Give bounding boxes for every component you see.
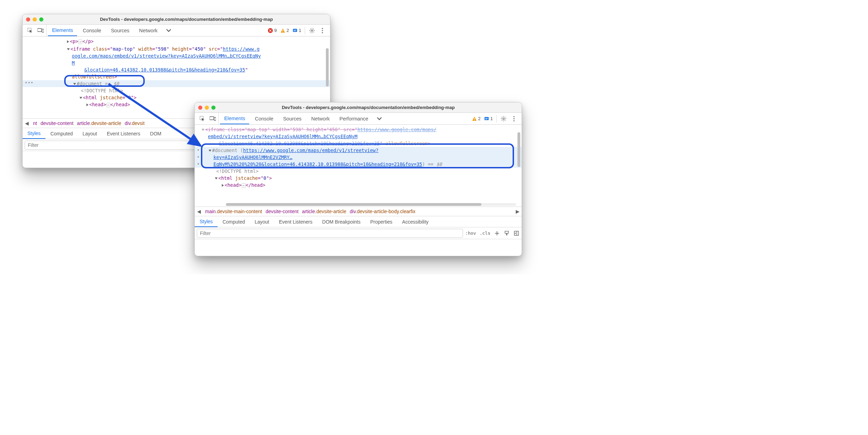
subtab-event-listeners[interactable]: Event Listeners xyxy=(274,216,318,227)
inspect-element-icon[interactable] xyxy=(27,27,34,34)
vertical-scrollbar[interactable] xyxy=(516,126,521,205)
more-tabs-button[interactable] xyxy=(374,117,385,120)
zoom-icon[interactable] xyxy=(39,17,43,22)
tab-console[interactable]: Console xyxy=(251,113,277,124)
svg-rect-23 xyxy=(214,117,216,120)
tab-network[interactable]: Network xyxy=(135,25,162,36)
tab-sources[interactable]: Sources xyxy=(279,113,306,124)
crumb[interactable]: devsite-content xyxy=(41,120,74,126)
subtab-styles[interactable]: Styles xyxy=(23,128,45,139)
src-link[interactable]: embed/v1/streetview?key=AIzaSyAAUHO6lMMn… xyxy=(208,134,357,139)
divider xyxy=(496,115,497,123)
info-badge[interactable]: 1 xyxy=(484,116,493,121)
chevron-left-icon[interactable]: ◀ xyxy=(24,120,30,126)
tab-performance[interactable]: Performance xyxy=(335,113,372,124)
tab-sources[interactable]: Sources xyxy=(107,25,134,36)
settings-icon[interactable] xyxy=(309,27,315,34)
titlebar: DevTools - developers.google.com/maps/do… xyxy=(23,14,330,25)
error-badge[interactable]: 9 xyxy=(268,28,277,33)
svg-rect-22 xyxy=(210,117,214,120)
p-close: </p> xyxy=(82,39,94,44)
zoom-icon[interactable] xyxy=(211,106,216,110)
crumb[interactable]: article.devsite-article xyxy=(77,120,121,126)
breadcrumb[interactable]: ◀ main.devsite-main-content devsite-cont… xyxy=(195,207,522,216)
info-count: 1 xyxy=(299,28,301,33)
warning-count: 2 xyxy=(478,116,481,121)
crumb[interactable]: nt xyxy=(33,120,37,126)
chevron-right-icon[interactable]: ▶ xyxy=(515,209,520,214)
line-gutter-icon: • xyxy=(197,153,200,160)
window-title: DevTools - developers.google.com/maps/do… xyxy=(218,105,518,110)
svg-rect-5 xyxy=(283,32,283,32)
svg-rect-25 xyxy=(474,120,475,120)
traffic-lights xyxy=(26,17,43,22)
device-toolbar-icon[interactable] xyxy=(37,27,44,34)
tab-elements[interactable]: Elements xyxy=(220,113,249,124)
svg-rect-24 xyxy=(474,118,475,119)
svg-point-18 xyxy=(322,28,323,29)
selected-dom-node[interactable]: #document (https://www.google.com/maps/e… xyxy=(195,147,522,154)
close-icon[interactable] xyxy=(198,106,202,110)
p-tag: <p> xyxy=(70,39,78,44)
svg-rect-43 xyxy=(505,231,508,233)
tab-console[interactable]: Console xyxy=(78,25,105,36)
subtab-layout[interactable]: Layout xyxy=(250,216,274,227)
device-toolbar-icon[interactable] xyxy=(209,115,216,122)
crumb[interactable]: article.devsite-article xyxy=(302,209,346,214)
warning-badge[interactable]: 2 xyxy=(472,116,481,121)
minimize-icon[interactable] xyxy=(205,106,209,110)
subtab-event-listeners[interactable]: Event Listeners xyxy=(102,128,145,139)
new-style-rule-icon[interactable] xyxy=(494,230,500,236)
svg-rect-26 xyxy=(484,117,489,120)
divider xyxy=(305,27,305,34)
tab-elements[interactable]: Elements xyxy=(48,25,77,36)
crumb[interactable]: main.devsite-main-content xyxy=(205,209,262,214)
svg-rect-27 xyxy=(485,118,488,118)
more-tabs-button[interactable] xyxy=(163,29,174,32)
line-gutter-icon: • xyxy=(197,160,200,167)
subtab-computed[interactable]: Computed xyxy=(45,128,78,139)
cls-button[interactable]: .cls xyxy=(480,231,490,236)
kebab-menu-icon[interactable] xyxy=(511,115,517,122)
inspect-element-icon[interactable] xyxy=(199,115,206,122)
src-link[interactable]: https://www.g xyxy=(223,46,260,52)
ellipsis-icon[interactable]: ⋯ xyxy=(242,183,246,188)
info-badge[interactable]: 1 xyxy=(293,28,301,33)
minimize-icon[interactable] xyxy=(33,17,37,22)
horizontal-scrollbar[interactable] xyxy=(226,203,516,207)
svg-line-35 xyxy=(505,120,506,120)
subtab-accessibility[interactable]: Accessibility xyxy=(397,216,433,227)
close-icon[interactable] xyxy=(26,17,30,22)
chevron-left-icon[interactable]: ◀ xyxy=(196,209,202,214)
dom-tree[interactable]: <iframe class="map-top" width="598" heig… xyxy=(195,125,522,207)
selected-dom-node[interactable]: #document == $0 xyxy=(23,80,330,87)
svg-point-38 xyxy=(513,116,514,117)
crumb[interactable]: devsite-content xyxy=(266,209,298,214)
tab-network[interactable]: Network xyxy=(307,113,334,124)
kebab-menu-icon[interactable] xyxy=(319,27,326,34)
subtab-styles[interactable]: Styles xyxy=(195,216,218,227)
subtab-layout[interactable]: Layout xyxy=(78,128,102,139)
svg-point-19 xyxy=(322,30,323,31)
crumb[interactable]: div.devsit xyxy=(125,120,144,126)
warning-badge[interactable]: 2 xyxy=(280,28,289,33)
ellipsis-icon[interactable]: ⋯ xyxy=(78,40,82,44)
ellipsis-icon[interactable]: ⋯ xyxy=(106,103,110,107)
traffic-lights xyxy=(198,106,216,110)
subtab-computed[interactable]: Computed xyxy=(218,216,250,227)
document-url-link[interactable]: https://www.google.com/maps/embed/v1/str… xyxy=(243,148,378,153)
info-count: 1 xyxy=(490,116,493,121)
svg-point-20 xyxy=(322,32,323,33)
panel-tabstrip: Elements Console Sources Network Perform… xyxy=(195,113,522,125)
styles-toolbar: :hov .cls xyxy=(465,230,520,236)
subtab-dom[interactable]: DOM xyxy=(145,128,166,139)
subtab-dom-breakpoints[interactable]: DOM Breakpoints xyxy=(317,216,365,227)
settings-icon[interactable] xyxy=(500,115,507,122)
computed-panel-icon[interactable] xyxy=(513,230,520,236)
hov-button[interactable]: :hov xyxy=(465,231,476,236)
brush-icon[interactable] xyxy=(504,230,510,236)
svg-point-29 xyxy=(503,118,504,119)
filter-input[interactable] xyxy=(197,229,463,238)
subtab-properties[interactable]: Properties xyxy=(365,216,397,227)
crumb[interactable]: div.devsite-article-body.clearfix xyxy=(350,209,415,214)
